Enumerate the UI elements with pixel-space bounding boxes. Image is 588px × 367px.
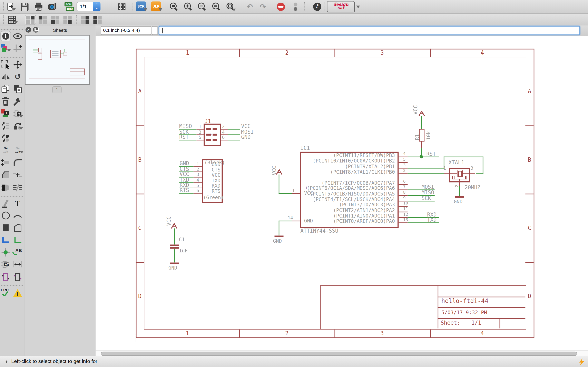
ulp-dropdown-icon[interactable] — [159, 8, 162, 11]
add-recent-dropdown-icon[interactable] — [19, 115, 23, 118]
dimension-tool-button[interactable] — [12, 259, 23, 269]
bend-style-1-button[interactable] — [25, 15, 36, 25]
mark-tool-button[interactable] — [12, 43, 23, 53]
design-link-dropdown-icon[interactable] — [356, 6, 360, 8]
zoom-out-button[interactable] — [197, 2, 207, 12]
invoke-tool-button[interactable] — [0, 182, 11, 192]
sch-badge: SCH — [65, 2, 72, 6]
bus-tool-button[interactable] — [0, 235, 11, 245]
show-tool-button[interactable] — [12, 31, 23, 41]
miter-tool-button[interactable] — [12, 157, 23, 167]
module-icon — [2, 272, 9, 281]
open-file-dropdown-icon[interactable] — [12, 8, 16, 11]
stop-button[interactable] — [276, 2, 286, 12]
add-recent-part-button[interactable] — [12, 109, 23, 119]
wire-segment — [279, 175, 279, 194]
zoom-redraw-button[interactable] — [225, 2, 235, 12]
text-tool-button[interactable]: T — [12, 198, 23, 209]
replace-tool-button[interactable] — [12, 120, 23, 131]
toolbar-separator — [76, 15, 77, 24]
attribute-tool-button[interactable]: AT — [0, 259, 11, 269]
status-dots-button — [291, 2, 300, 12]
sheet-number-tab[interactable]: 1 — [52, 86, 61, 93]
scrollbar-thumb[interactable] — [101, 352, 577, 356]
value-dropdown-icon[interactable] — [20, 151, 24, 154]
change-tool-button[interactable] — [12, 96, 23, 106]
smash-tool-button[interactable] — [0, 157, 11, 167]
bend-style-3-button[interactable] — [49, 15, 61, 25]
zoom-select-button[interactable] — [211, 2, 221, 12]
c1-capacitor[interactable] — [170, 244, 179, 246]
print-button[interactable] — [34, 2, 43, 12]
polygon-tool-button[interactable] — [12, 222, 23, 233]
schematic-canvas[interactable]: 1 2 3 4 1 2 3 4 A B C D A B C D hello-ft — [95, 36, 588, 350]
bend-style-4-button[interactable] — [62, 15, 73, 25]
xtal-pin2: 2 — [454, 185, 459, 187]
zoom-in-button[interactable] — [183, 2, 193, 12]
zoom-fit-button[interactable] — [169, 2, 179, 12]
copy-tool-button[interactable] — [0, 84, 11, 94]
wire-tool-button[interactable] — [0, 198, 11, 209]
open-file-button[interactable] — [6, 2, 16, 12]
switch-sch-brd-button[interactable]: SCH BRD — [65, 2, 74, 12]
optimize-tool-button[interactable] — [12, 182, 23, 192]
undo-button[interactable]: ↶ — [245, 2, 255, 12]
xtal-pin1: 1 — [443, 166, 446, 171]
horizontal-scrollbar[interactable] — [95, 350, 588, 356]
arc-tool-button[interactable] — [12, 210, 23, 221]
name-tool-button[interactable]: R210k — [0, 145, 11, 155]
bend-style-5-button[interactable] — [79, 15, 91, 25]
command-input[interactable] — [159, 26, 580, 35]
group-tool-button[interactable] — [0, 59, 11, 70]
module-tool-button[interactable] — [0, 272, 11, 282]
grid-dropdown-icon[interactable] — [14, 21, 17, 24]
display-layers-button[interactable] — [0, 43, 11, 53]
xtal-gnd-label: GND — [454, 199, 462, 205]
redo-button[interactable]: ↷ — [258, 2, 268, 12]
scr-dropdown-icon[interactable] — [144, 8, 147, 11]
value-tool-button[interactable]: R210k — [12, 145, 23, 155]
mirror-tool-button[interactable] — [0, 72, 11, 82]
help-button[interactable]: ? — [312, 2, 322, 12]
add-part-button[interactable]: + — [0, 109, 11, 119]
delete-tool-button[interactable] — [0, 96, 11, 106]
info-tool-button[interactable]: i — [0, 31, 11, 41]
wire-segment — [213, 139, 217, 141]
circle-tool-button[interactable] — [0, 210, 11, 221]
junction-tool-button[interactable] — [0, 247, 11, 257]
errors-tool-button[interactable]: ! — [12, 288, 23, 298]
wire-segment — [228, 140, 240, 141]
gnd-symbol — [455, 196, 464, 198]
label-tool-button[interactable]: AB — [12, 247, 23, 257]
bend-style-2-button[interactable] — [37, 15, 48, 25]
r1-vcc-label: VCC — [412, 105, 418, 115]
display-dropdown-icon[interactable] — [7, 49, 11, 52]
rotate-tool-button[interactable]: ↺ — [12, 72, 23, 82]
save-button[interactable] — [20, 2, 29, 12]
erc-tool-button[interactable]: ERC — [0, 288, 11, 298]
bend-style-6-button[interactable] — [92, 15, 103, 25]
sheet-thumbnail[interactable] — [25, 35, 90, 85]
image-export-button[interactable] — [48, 2, 57, 12]
zoom-dropdown-icon[interactable] — [232, 8, 236, 11]
move-tool-button[interactable] — [12, 59, 23, 70]
print-icon — [34, 2, 43, 11]
grid-button[interactable] — [8, 15, 17, 25]
paste-tool-button[interactable] — [12, 84, 23, 94]
pinswap-tool-button[interactable] — [0, 120, 11, 131]
wire-segment — [470, 173, 475, 174]
rect-tool-button[interactable] — [0, 222, 11, 233]
design-link-button[interactable]: design link — [327, 1, 355, 12]
library-manager-button[interactable] — [117, 2, 127, 12]
sheet-page-spinner[interactable]: 1/1 ⌃⌄ — [77, 2, 101, 11]
split-tool-button[interactable] — [12, 170, 23, 180]
sheet-page-stepper[interactable]: ⌃⌄ — [93, 2, 101, 11]
save-icon — [20, 2, 29, 11]
gateswap-tool-button[interactable] — [0, 133, 11, 143]
r1-value: 10k — [426, 131, 432, 140]
wire-bend-tool-button[interactable] — [0, 170, 11, 180]
port-tool-button[interactable] — [12, 272, 23, 282]
net-tool-button[interactable] — [12, 235, 23, 245]
replace-dropdown-icon[interactable] — [19, 127, 23, 130]
wire-segment — [136, 262, 144, 263]
